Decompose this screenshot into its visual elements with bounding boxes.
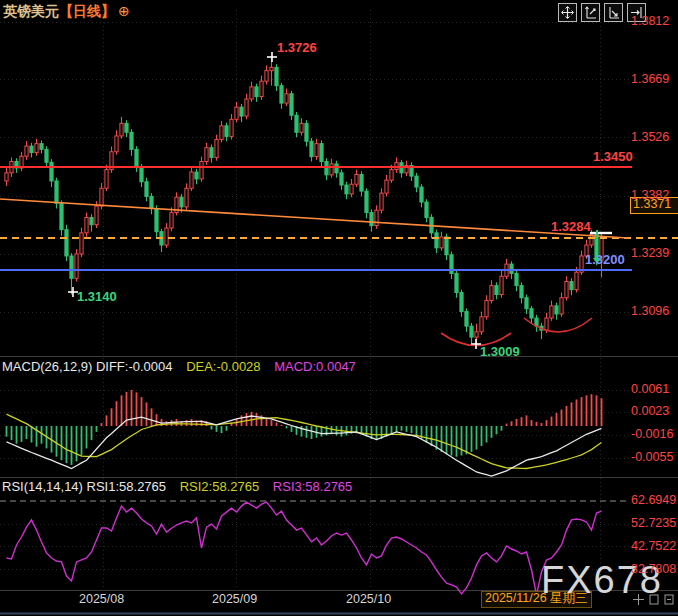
axis-tick-label: 42.7522 [631, 540, 678, 554]
x-axis-month-label: 2025/08 [79, 593, 124, 607]
axis-tick-label: 1.3812 [631, 15, 678, 29]
axis-tick-label: 1.3382 [631, 189, 678, 203]
rsi-line [7, 502, 602, 595]
axis-tick-label: 62.6949 [631, 494, 678, 508]
axis-tick-label: -0.0016 [631, 428, 678, 442]
chart-canvas[interactable] [0, 0, 678, 616]
axis-tick-label: 0.0061 [631, 383, 678, 397]
swing-low2-label: 1.3009 [480, 345, 520, 359]
chart-title: 英镑美元【日线】⊕ [3, 4, 130, 19]
macd-header: MACD(26,12,9) DIFF:-0.0004 DEA:-0.0028 M… [2, 360, 356, 374]
axis-tick-label: 1.3669 [631, 73, 678, 87]
axis-tick-label: 1.3096 [631, 305, 678, 319]
macd-params: MACD(26,12,9) DIFF:-0.0004 [2, 359, 173, 374]
axis-tick-label: -0.0055 [631, 451, 678, 465]
move-icon[interactable] [558, 3, 577, 22]
axis-tick-label: 32.7808 [631, 563, 678, 577]
macd-hist-value: MACD:0.0047 [274, 359, 356, 374]
macd-histogram [7, 390, 602, 465]
rsi-header: RSI(14,14,14) RSI1:58.2765 RSI2:58.2765 … [2, 480, 352, 494]
double-bottom-arc [524, 318, 592, 332]
rsi-params: RSI(14,14,14) RSI1:58.2765 [2, 479, 166, 494]
scale-y-left-icon[interactable] [581, 3, 600, 22]
rsi2-value: RSI2:58.2765 [180, 479, 260, 494]
x-axis-month-label: 2025/09 [212, 593, 257, 607]
period-label: 【日线】 [59, 3, 115, 19]
swing-low1-label: 1.3140 [77, 290, 117, 304]
trendline [0, 199, 628, 238]
symbol-name: 英镑美元 [3, 3, 59, 19]
trendline-price-label: 1.3284 [551, 220, 591, 234]
axis-tick-label: 52.7235 [631, 517, 678, 531]
chart-window: 英镑美元【日线】⊕ 1.3450 1.3284 1.3200 1.3726 1.… [0, 0, 678, 616]
rsi3-value: RSI3:58.2765 [273, 479, 353, 494]
scale-y-right-icon[interactable] [604, 3, 623, 22]
add-indicator-icon[interactable]: ⊕ [118, 3, 130, 19]
macd-dea-value: DEA:-0.0028 [186, 359, 260, 374]
pane-icon-2[interactable] [664, 591, 674, 609]
swing-high-label: 1.3726 [277, 41, 317, 55]
axis-tick-label: 1.3526 [631, 131, 678, 145]
support-price-label: 1.3200 [585, 253, 625, 267]
axis-tick-label: 0.0023 [631, 405, 678, 419]
resistance-price-label: 1.3450 [593, 150, 633, 164]
axis-tick-label: 1.3239 [631, 247, 678, 261]
x-axis-month-label: 2025/10 [346, 593, 391, 607]
